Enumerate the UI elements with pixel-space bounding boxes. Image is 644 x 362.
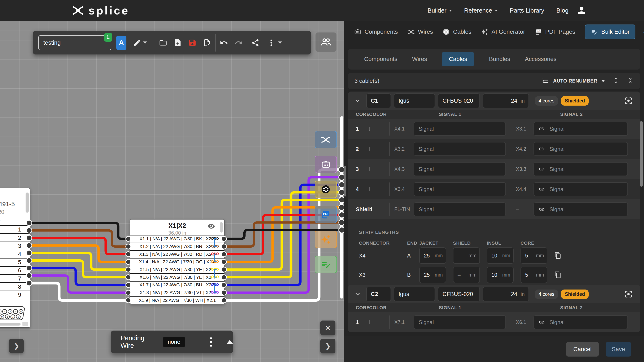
copy-strip-icon[interactable] — [554, 271, 573, 278]
close-canvas-overlay-button[interactable]: ✕ — [320, 321, 336, 335]
insul-strip-input[interactable]: 10mm — [487, 267, 514, 283]
open-folder-icon[interactable] — [158, 38, 168, 47]
cable-length-input[interactable]: 24in — [483, 93, 529, 108]
panel-tab-ai-generator[interactable]: AI Generator — [481, 28, 525, 35]
signal1-input[interactable] — [414, 202, 506, 216]
signal1-input[interactable] — [414, 142, 506, 156]
auto-renumber-button[interactable]: AUTO RENUMBER — [542, 77, 605, 84]
shield-strip-input[interactable]: –mm — [453, 267, 480, 283]
cable-manufacturer-input[interactable] — [394, 93, 435, 108]
wire-row-5[interactable]: X1.5 | N/A | 22 AWG | 7/30 | YE | X2.5 — [130, 266, 224, 273]
user-account-icon[interactable] — [576, 5, 587, 17]
nav-item-parts-library[interactable]: Parts Library — [510, 7, 544, 14]
collaborators-button[interactable] — [316, 32, 336, 52]
connector-pin-5[interactable]: 5 — [0, 258, 30, 266]
locate-cable-icon[interactable] — [624, 96, 633, 105]
collapse-cable-icon[interactable] — [354, 290, 362, 298]
shield-strip-input[interactable]: –mm — [453, 247, 480, 264]
signal2-link-input[interactable]: Signal — [534, 142, 628, 156]
connector-card[interactable]: 745491-5 DE-20 recp. 123456789 123459876… — [0, 188, 30, 328]
cable-id-input[interactable] — [366, 287, 391, 302]
connector-hscrollbar[interactable] — [0, 323, 20, 326]
wire-row-9[interactable]: X1.9 | N/A | 22 AWG | 7/30 | WH | X2.1 — [130, 297, 224, 304]
connector-pin-4[interactable]: 4 — [0, 250, 30, 258]
annotation-button[interactable]: A — [116, 36, 126, 50]
pending-wire-collapse-icon[interactable] — [226, 340, 233, 344]
cable-mpn-input[interactable] — [438, 287, 480, 302]
jacket-strip-input[interactable]: 25mm — [419, 247, 446, 264]
project-name-input[interactable] — [38, 35, 111, 50]
connector-pin-3[interactable]: 3 — [0, 242, 30, 250]
locate-cable-icon[interactable] — [624, 290, 633, 299]
quick-button-components[interactable] — [315, 156, 337, 173]
nav-item-blog[interactable]: Blog — [556, 7, 568, 14]
wire-row-1[interactable]: X1.1 | N/A | 22 AWG | 7/30 | BK | X2.9 — [130, 235, 224, 243]
signal2-link-input[interactable]: Signal — [534, 182, 628, 196]
core-color-swatch[interactable] — [369, 320, 370, 324]
pencil-tool-icon[interactable] — [132, 38, 142, 47]
wire-row-3[interactable]: X1.3 | N/A | 22 AWG | 7/30 | RD | X2.7 — [130, 250, 224, 258]
cable-id-input[interactable] — [366, 93, 391, 108]
jacket-strip-input[interactable]: 25mm — [419, 267, 446, 283]
quick-button-cables[interactable] — [315, 181, 337, 198]
core-color-swatch[interactable] — [369, 127, 370, 131]
wire-row-8[interactable]: X1.8 | N/A | 22 AWG | 7/30 | VT | X2.2 — [130, 289, 224, 297]
signal1-input[interactable] — [414, 122, 506, 136]
panel-tab-pdf-pages[interactable]: PDFPDF Pages — [535, 28, 575, 35]
core-color-swatch[interactable] — [369, 187, 370, 191]
wire-table-scrollbar[interactable] — [220, 222, 223, 233]
panel-tab-components[interactable]: Components — [354, 28, 398, 35]
signal2-link-input[interactable]: Signal — [534, 315, 628, 329]
signal1-input[interactable] — [414, 162, 506, 176]
signal1-input[interactable] — [414, 182, 506, 196]
core-strip-input[interactable]: 5mm — [520, 247, 547, 264]
core-color-swatch[interactable] — [369, 207, 370, 211]
panel-resize-handle[interactable] — [344, 166, 346, 197]
connector-pin-7[interactable]: 7 — [0, 274, 30, 282]
undo-icon[interactable] — [219, 38, 229, 47]
connector-pin-6[interactable]: 6 — [0, 266, 30, 274]
share-icon[interactable] — [250, 38, 260, 47]
collapse-cable-icon[interactable] — [354, 97, 362, 105]
cable-manufacturer-input[interactable] — [394, 287, 435, 302]
design-canvas[interactable] — [0, 21, 344, 362]
nav-item-builder[interactable]: Builder — [428, 7, 452, 14]
save-button[interactable]: Save — [606, 342, 631, 357]
connector-pin-9[interactable]: 9 — [0, 291, 30, 299]
subtab-cables[interactable]: Cables — [442, 52, 474, 66]
signal2-link-input[interactable]: Signal — [534, 122, 628, 136]
wire-row-2[interactable]: X1.2 | N/A | 22 AWG | 7/30 | BN | X2.8 — [130, 243, 224, 250]
pending-wire-value[interactable]: none — [163, 337, 185, 347]
panel-scrollbar-thumb[interactable] — [640, 121, 643, 187]
pin-panel-icon[interactable] — [642, 28, 644, 36]
quick-button-ai-generator[interactable] — [315, 231, 337, 248]
cable-mpn-input[interactable] — [438, 93, 480, 108]
connector-scrollbar[interactable] — [26, 193, 29, 213]
collapse-all-icon[interactable] — [626, 77, 634, 85]
connector-pin-8[interactable]: 8 — [0, 282, 30, 291]
core-color-swatch[interactable] — [369, 167, 370, 171]
panel-tab-cables[interactable]: Cables — [442, 28, 471, 35]
signal2-link-input[interactable]: Signal — [534, 162, 628, 176]
panel-tab-wires[interactable]: Wires — [408, 28, 433, 35]
subtab-accessories[interactable]: Accessories — [525, 56, 556, 62]
signal2-link-input[interactable]: Signal — [534, 202, 628, 216]
core-strip-input[interactable]: 5mm — [520, 267, 547, 283]
toolbar-more-caret[interactable] — [278, 41, 282, 44]
new-file-icon[interactable] — [173, 38, 182, 47]
connector-pin-2[interactable]: 2 — [0, 233, 30, 242]
chevron-right-panel-button[interactable]: ❯ — [320, 339, 336, 354]
brand-logo[interactable]: splice — [71, 0, 129, 21]
pencil-dropdown-caret[interactable] — [143, 41, 147, 44]
subtab-components[interactable]: Components — [364, 56, 398, 62]
save-as-icon[interactable] — [202, 38, 212, 47]
redo-icon[interactable] — [234, 38, 244, 47]
quick-button-bulk-editor[interactable] — [315, 256, 337, 273]
signal1-input[interactable] — [414, 315, 506, 329]
kebab-menu-icon[interactable] — [266, 38, 276, 47]
insul-strip-input[interactable]: 10mm — [487, 247, 514, 264]
version-branch-badge[interactable] — [104, 33, 112, 42]
wire-group-table[interactable]: X1|X2 36.00 in X1.1 | N/A | 22 AWG | 7/3… — [130, 219, 225, 304]
quick-button-wires[interactable] — [315, 131, 337, 148]
wire-row-7[interactable]: X1.7 | N/A | 22 AWG | 7/30 | BU | X2.3 — [130, 281, 224, 289]
